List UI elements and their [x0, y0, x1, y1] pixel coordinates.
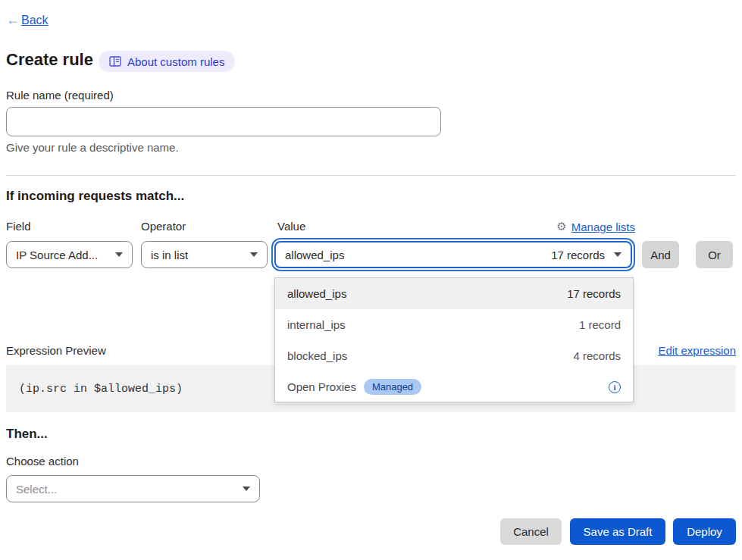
- info-icon[interactable]: i: [609, 381, 621, 393]
- create-rule-page: ←Back Create rule About custom rules Rul…: [0, 0, 742, 560]
- back-link[interactable]: ←Back: [6, 12, 49, 28]
- manage-lists-label: Manage lists: [571, 221, 635, 233]
- then-section-heading: Then...: [6, 427, 48, 442]
- operator-select[interactable]: is in list: [141, 241, 268, 268]
- value-select-record-count: 17 records: [551, 249, 605, 261]
- list-option-name: internal_ips: [287, 318, 346, 331]
- rule-name-label: Rule name (required): [6, 89, 114, 102]
- and-button[interactable]: And: [642, 241, 679, 268]
- value-select[interactable]: allowed_ips 17 records: [274, 241, 632, 268]
- cancel-button[interactable]: Cancel: [500, 518, 562, 545]
- match-section-heading: If incoming requests match...: [6, 189, 184, 204]
- list-option-record-count: 1 record: [579, 318, 621, 331]
- back-link-label: Back: [21, 14, 49, 27]
- page-title: Create rule: [6, 50, 93, 70]
- manage-lists-link[interactable]: ⚙ Manage lists: [556, 220, 635, 233]
- deploy-button[interactable]: Deploy: [673, 518, 736, 545]
- save-as-draft-button[interactable]: Save as Draft: [570, 518, 665, 545]
- expression-code: (ip.src in $allowed_ips): [19, 383, 183, 396]
- expression-preview-label: Expression Preview: [6, 344, 106, 357]
- book-icon: [109, 56, 121, 67]
- field-select[interactable]: IP Source Add...: [6, 241, 133, 268]
- list-option-record-count: 4 records: [573, 349, 621, 362]
- or-button[interactable]: Or: [696, 241, 733, 268]
- list-option-allowed-ips[interactable]: allowed_ips 17 records: [275, 278, 633, 309]
- back-arrow-icon: ←: [6, 12, 20, 28]
- action-select-placeholder: Select...: [16, 483, 57, 496]
- managed-badge: Managed: [364, 379, 421, 395]
- choose-action-label: Choose action: [6, 455, 79, 468]
- list-option-record-count: 17 records: [567, 287, 621, 300]
- chevron-down-icon: [250, 252, 258, 257]
- field-select-value: IP Source Add...: [16, 249, 98, 261]
- section-divider: [6, 175, 736, 176]
- value-label: Value: [277, 220, 305, 233]
- list-option-internal-ips[interactable]: internal_ips 1 record: [275, 309, 633, 340]
- list-option-name: allowed_ips: [287, 287, 346, 300]
- rule-name-helper-text: Give your rule a descriptive name.: [6, 141, 179, 154]
- field-label: Field: [6, 220, 31, 233]
- edit-expression-link[interactable]: Edit expression: [658, 344, 736, 357]
- value-select-value: allowed_ips: [285, 249, 344, 261]
- list-option-blocked-ips[interactable]: blocked_ips 4 records: [275, 340, 633, 371]
- action-select[interactable]: Select...: [6, 475, 260, 502]
- chevron-down-icon: [115, 252, 123, 257]
- chevron-down-icon: [614, 252, 621, 257]
- operator-select-value: is in list: [151, 249, 188, 261]
- about-badge-label: About custom rules: [127, 55, 224, 68]
- operator-label: Operator: [141, 220, 186, 233]
- about-custom-rules-link[interactable]: About custom rules: [99, 51, 235, 72]
- list-option-name: blocked_ips: [287, 349, 347, 362]
- list-option-open-proxies[interactable]: Open Proxies Managed i: [275, 371, 633, 402]
- value-dropdown-panel: allowed_ips 17 records internal_ips 1 re…: [274, 277, 634, 402]
- gear-icon: ⚙: [556, 220, 566, 233]
- chevron-down-icon: [243, 486, 250, 491]
- list-option-name: Open Proxies: [287, 380, 356, 393]
- rule-name-input[interactable]: [6, 107, 441, 136]
